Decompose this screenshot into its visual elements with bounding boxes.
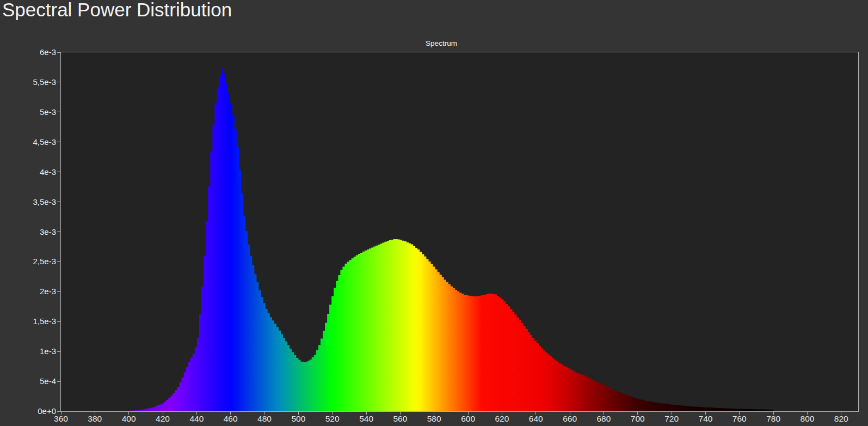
x-tick-label: 480 — [248, 414, 281, 424]
plot-area — [60, 52, 859, 412]
y-tick-mark — [57, 202, 60, 202]
x-tick-label: 520 — [316, 414, 349, 424]
y-tick-label: 4e-3 — [0, 167, 56, 177]
x-tick-label: 440 — [180, 414, 213, 424]
x-tick-label: 640 — [520, 414, 552, 424]
y-tick-mark — [57, 381, 60, 382]
y-tick-mark — [57, 82, 60, 82]
x-tick-label: 380 — [78, 414, 111, 424]
y-tick-mark — [57, 172, 60, 172]
x-tick-label: 680 — [587, 414, 620, 424]
y-tick-mark — [57, 232, 60, 232]
y-tick-label: 4,5e-3 — [0, 137, 56, 147]
y-tick-mark — [57, 261, 60, 262]
spectral-power-distribution-view: Spectral Power Distribution Spectrum 360… — [0, 0, 868, 426]
x-tick-label: 540 — [350, 414, 383, 424]
page-title: Spectral Power Distribution — [2, 0, 232, 21]
x-tick-label: 600 — [452, 414, 484, 424]
x-tick-label: 580 — [418, 414, 451, 424]
x-tick-label: 780 — [757, 414, 790, 424]
y-tick-label: 3,5e-3 — [0, 197, 56, 207]
y-tick-mark — [57, 52, 60, 53]
x-tick-label: 460 — [214, 414, 247, 424]
x-tick-label: 800 — [791, 414, 824, 424]
y-tick-label: 3e-3 — [0, 227, 56, 237]
y-tick-mark — [57, 142, 60, 142]
x-tick-label: 500 — [282, 414, 315, 424]
y-tick-mark — [57, 411, 60, 412]
y-tick-label: 6e-3 — [0, 47, 56, 57]
x-tick-label: 740 — [690, 414, 722, 424]
y-tick-mark — [57, 291, 60, 292]
x-tick-label: 420 — [146, 414, 179, 424]
y-tick-label: 2,5e-3 — [0, 257, 56, 266]
x-tick-label: 620 — [485, 414, 518, 424]
x-tick-label: 400 — [113, 414, 145, 424]
y-tick-label: 1,5e-3 — [0, 317, 56, 326]
y-tick-label: 0e+0 — [0, 406, 56, 416]
y-tick-mark — [57, 351, 60, 352]
y-tick-mark — [57, 321, 60, 322]
y-tick-label: 5,5e-3 — [0, 77, 56, 87]
x-tick-label: 660 — [553, 414, 586, 424]
x-tick-label: 720 — [655, 414, 688, 424]
x-tick-label: 760 — [723, 414, 756, 424]
y-tick-label: 2e-3 — [0, 287, 56, 296]
chart-title: Spectrum — [426, 39, 457, 47]
y-tick-label: 1e-3 — [0, 346, 56, 356]
spectrum-chart-canvas — [61, 52, 858, 411]
y-tick-label: 5e-4 — [0, 376, 56, 386]
y-tick-label: 5e-3 — [0, 107, 56, 117]
x-tick-label: 560 — [384, 414, 416, 424]
x-tick-label: 700 — [621, 414, 654, 424]
x-tick-label: 820 — [825, 414, 858, 424]
spectrum-area — [122, 68, 773, 411]
y-tick-mark — [57, 112, 60, 112]
